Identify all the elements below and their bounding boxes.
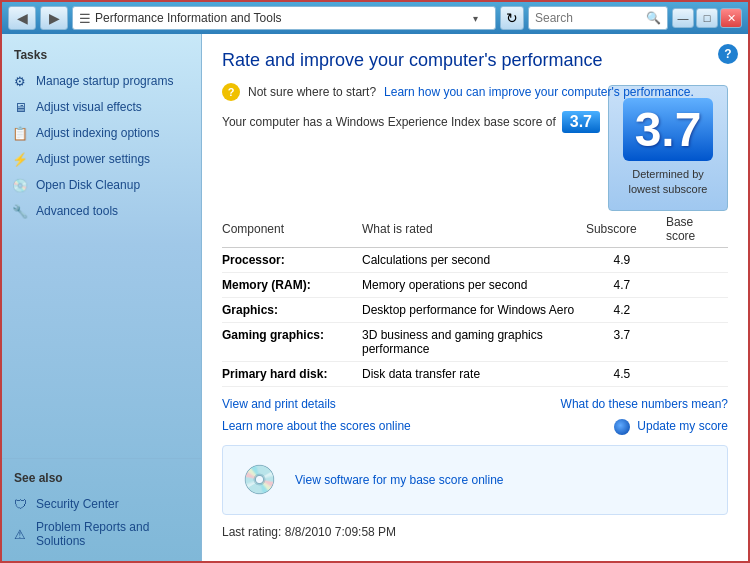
last-rating: Last rating: 8/8/2010 7:09:58 PM [222, 525, 728, 539]
performance-table: Component What is rated Subscore Base sc… [222, 211, 728, 387]
sidebar-item-adjust-visual[interactable]: 🖥 Adjust visual effects [2, 94, 201, 120]
what-mean-link[interactable]: What do these numbers mean? [561, 397, 728, 411]
page-title: Rate and improve your computer's perform… [222, 50, 728, 71]
sidebar-item-problem-reports[interactable]: ⚠ Problem Reports and Solutions [2, 517, 201, 551]
address-bar: ☰ Performance Information and Tools ▾ [72, 6, 496, 30]
links-row-2: Learn more about the scores online Updat… [222, 419, 728, 435]
tasks-section-title: Tasks [2, 44, 201, 68]
cell-subscore: 4.9 [586, 247, 666, 272]
table-row: Primary hard disk: Disk data transfer ra… [222, 361, 728, 386]
adjust-power-icon: ⚡ [10, 149, 30, 169]
big-score-display: 3.7 [623, 98, 714, 161]
cell-rated: 3D business and gaming graphics performa… [362, 322, 586, 361]
software-link[interactable]: View software for my base score online [295, 473, 504, 487]
search-box[interactable]: 🔍 [528, 6, 668, 30]
cell-rated: Disk data transfer rate [362, 361, 586, 386]
table-row: Graphics: Desktop performance for Window… [222, 297, 728, 322]
cell-subscore: 4.7 [586, 272, 666, 297]
hint-icon: ? [222, 83, 240, 101]
cell-rated: Calculations per second [362, 247, 586, 272]
cell-basescore [666, 361, 728, 386]
search-input[interactable] [535, 11, 646, 25]
title-bar: ◀ ▶ ☰ Performance Information and Tools … [2, 2, 748, 34]
content-area: Tasks ⚙ Manage startup programs 🖥 Adjust… [2, 34, 748, 561]
sidebar-item-open-disk[interactable]: 💿 Open Disk Cleanup [2, 172, 201, 198]
sidebar-item-adjust-power[interactable]: ⚡ Adjust power settings [2, 146, 201, 172]
sidebar-item-advanced-tools-label: Advanced tools [36, 204, 118, 218]
open-disk-icon: 💿 [10, 175, 30, 195]
window-controls: — □ ✕ [672, 8, 742, 28]
cell-component: Primary hard disk: [222, 361, 362, 386]
score-intro-text: Your computer has a Windows Experience I… [222, 115, 556, 129]
hint-row: ? Not sure where to start? Learn how you… [222, 83, 728, 101]
score-description: Determined by lowest subscore [621, 167, 715, 198]
hint-label: Not sure where to start? [248, 85, 376, 99]
sidebar-item-advanced-tools[interactable]: 🔧 Advanced tools [2, 198, 201, 224]
manage-startup-icon: ⚙ [10, 71, 30, 91]
cell-component: Memory (RAM): [222, 272, 362, 297]
sidebar-item-open-disk-label: Open Disk Cleanup [36, 178, 140, 192]
main-panel: ? Rate and improve your computer's perfo… [202, 34, 748, 561]
software-box: 💿 View software for my base score online [222, 445, 728, 515]
close-button[interactable]: ✕ [720, 8, 742, 28]
inline-score-badge: 3.7 [562, 111, 600, 133]
table-row: Memory (RAM): Memory operations per seco… [222, 272, 728, 297]
hint-link[interactable]: Learn how you can improve your computer'… [384, 85, 694, 99]
col-base-score: Base score [666, 211, 728, 248]
address-dropdown-icon[interactable]: ▾ [473, 13, 489, 24]
advanced-tools-icon: 🔧 [10, 201, 30, 221]
cell-rated: Desktop performance for Windows Aero [362, 297, 586, 322]
breadcrumb-icon: ☰ [79, 11, 91, 26]
security-center-icon: 🛡 [10, 494, 30, 514]
problem-reports-icon: ⚠ [10, 524, 30, 544]
see-also-title: See also [2, 467, 201, 491]
cell-subscore: 4.2 [586, 297, 666, 322]
globe-icon [614, 419, 630, 435]
table-row: Gaming graphics: 3D business and gaming … [222, 322, 728, 361]
update-score-text: Update my score [637, 419, 728, 433]
cell-subscore: 3.7 [586, 322, 666, 361]
learn-more-link[interactable]: Learn more about the scores online [222, 419, 411, 435]
address-text: Performance Information and Tools [95, 11, 282, 25]
cell-basescore [666, 322, 728, 361]
adjust-indexing-icon: 📋 [10, 123, 30, 143]
sidebar: Tasks ⚙ Manage startup programs 🖥 Adjust… [2, 34, 202, 561]
cell-basescore [666, 247, 728, 272]
cell-component: Gaming graphics: [222, 322, 362, 361]
main-window: ◀ ▶ ☰ Performance Information and Tools … [0, 0, 750, 563]
col-subscore: Subscore [586, 211, 666, 248]
sidebar-item-adjust-indexing-label: Adjust indexing options [36, 126, 159, 140]
col-component: Component [222, 211, 362, 248]
links-row-1: View and print details What do these num… [222, 397, 728, 411]
help-button[interactable]: ? [718, 44, 738, 64]
search-icon: 🔍 [646, 11, 661, 25]
sidebar-item-adjust-indexing[interactable]: 📋 Adjust indexing options [2, 120, 201, 146]
cell-component: Graphics: [222, 297, 362, 322]
sidebar-item-security-center-label: Security Center [36, 497, 119, 511]
sidebar-item-adjust-visual-label: Adjust visual effects [36, 100, 142, 114]
cell-rated: Memory operations per second [362, 272, 586, 297]
minimize-button[interactable]: — [672, 8, 694, 28]
cell-subscore: 4.5 [586, 361, 666, 386]
forward-button[interactable]: ▶ [40, 6, 68, 30]
software-icon: 💿 [235, 456, 283, 504]
view-print-link[interactable]: View and print details [222, 397, 336, 411]
cell-basescore [666, 297, 728, 322]
update-score-link[interactable]: Update my score [614, 419, 728, 435]
cell-component: Processor: [222, 247, 362, 272]
refresh-button[interactable]: ↻ [500, 6, 524, 30]
table-row: Processor: Calculations per second 4.9 [222, 247, 728, 272]
sidebar-divider [2, 458, 201, 459]
col-what-rated: What is rated [362, 211, 586, 248]
maximize-button[interactable]: □ [696, 8, 718, 28]
cell-basescore [666, 272, 728, 297]
sidebar-item-problem-reports-label: Problem Reports and Solutions [36, 520, 193, 548]
adjust-visual-icon: 🖥 [10, 97, 30, 117]
sidebar-item-manage-startup[interactable]: ⚙ Manage startup programs [2, 68, 201, 94]
back-button[interactable]: ◀ [8, 6, 36, 30]
sidebar-item-manage-startup-label: Manage startup programs [36, 74, 173, 88]
sidebar-item-security-center[interactable]: 🛡 Security Center [2, 491, 201, 517]
score-panel: 3.7 Determined by lowest subscore [608, 85, 728, 211]
sidebar-item-adjust-power-label: Adjust power settings [36, 152, 150, 166]
